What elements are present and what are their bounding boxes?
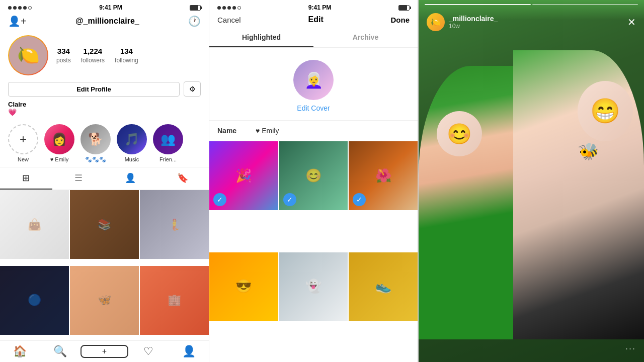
stat-posts: 334 posts bbox=[56, 47, 71, 64]
nav-home[interactable]: 🏠 bbox=[0, 345, 40, 358]
mid-top-nav: Cancel Edit Done bbox=[209, 13, 418, 28]
nav-profile[interactable]: 👤 bbox=[169, 345, 209, 358]
nav-plus[interactable]: + bbox=[80, 345, 129, 358]
mid-cell-6[interactable]: 👟 bbox=[349, 252, 418, 321]
mid-signal-dots bbox=[217, 6, 241, 10]
highlight-pets[interactable]: 🐕 🐾🐾🐾 bbox=[80, 124, 111, 163]
stat-followers[interactable]: 1,224 followers bbox=[81, 47, 105, 64]
mid-dot-2 bbox=[222, 6, 226, 10]
highlights-row: + New 👩 ♥ Emily 🐕 🐾🐾🐾 🎵 Music 👥 bbox=[0, 120, 209, 167]
settings-button[interactable]: ⚙ bbox=[184, 81, 201, 97]
mid-tabs: Highlighted Archive bbox=[209, 28, 418, 48]
avatar-image: 🍋 bbox=[17, 45, 40, 66]
story-panel: 🍋 _millionclaire_ 10w ✕ 🐝 😊 😁 bbox=[418, 0, 644, 362]
grid-cell-4[interactable]: 🔵 bbox=[0, 266, 69, 335]
face-right: 😁 bbox=[578, 81, 633, 141]
grid-cell-2[interactable]: 📚 bbox=[70, 190, 139, 259]
story-image-area: 🐝 😊 😁 bbox=[419, 35, 644, 339]
tab-grid[interactable]: ⊞ bbox=[0, 167, 52, 190]
mid-battery-icon bbox=[398, 5, 410, 11]
grid-cell-5[interactable]: 🦋 bbox=[70, 266, 139, 335]
panel-edit-highlight: 9:41 PM Cancel Edit Done Highlighted Arc… bbox=[209, 0, 418, 362]
highlight-emily-label: ♥ Emily bbox=[50, 156, 68, 162]
mid-cell-5[interactable]: 👻 bbox=[279, 252, 348, 321]
story-bottom: ··· bbox=[419, 339, 644, 362]
name-field-label: Name bbox=[217, 127, 248, 135]
done-button[interactable]: Done bbox=[390, 16, 410, 24]
signal-dots bbox=[8, 6, 32, 10]
stat-following-label: following bbox=[115, 57, 138, 64]
avatar-wrapper: 🍋 bbox=[8, 35, 48, 75]
highlight-new-label: New bbox=[18, 156, 29, 162]
story-more-button[interactable]: ··· bbox=[625, 343, 636, 354]
mid-cell-3[interactable]: 🌺 ✓ bbox=[349, 141, 418, 210]
tab-row: ⊞ ☰ 👤 🔖 bbox=[0, 167, 209, 190]
story-time: 10w bbox=[449, 23, 498, 30]
tab-highlighted[interactable]: Highlighted bbox=[209, 28, 313, 47]
story-username: _millionclaire_ bbox=[449, 15, 498, 23]
status-time: 9:41 PM bbox=[99, 4, 122, 11]
highlight-music[interactable]: 🎵 Music bbox=[117, 124, 147, 163]
mid-status-bar: 9:41 PM bbox=[209, 0, 418, 13]
name-field-value[interactable]: ♥ Emily bbox=[256, 127, 279, 135]
nav-search[interactable]: 🔍 bbox=[40, 345, 80, 358]
highlight-new-circle: + bbox=[8, 124, 38, 154]
highlight-emily-circle: 👩 bbox=[44, 124, 74, 154]
clock-icon[interactable]: 🕐 bbox=[188, 15, 201, 27]
stats-row: 334 posts 1,224 followers 134 following bbox=[56, 47, 138, 64]
mid-cell-1[interactable]: 🎉 ✓ bbox=[209, 141, 278, 210]
highlight-pets-label: 🐾🐾🐾 bbox=[85, 156, 106, 163]
bottom-nav: 🏠 🔍 + ♡ 👤 bbox=[0, 340, 209, 362]
edit-cover-button[interactable]: Edit Cover bbox=[297, 104, 330, 112]
grid-cell-6[interactable]: 🏢 bbox=[140, 266, 209, 335]
story-avatar: 🍋 bbox=[427, 13, 445, 31]
profile-buttons: Edit Profile ⚙ bbox=[0, 79, 209, 101]
story-user: 🍋 _millionclaire_ 10w bbox=[427, 13, 498, 31]
mid-dot-3 bbox=[227, 6, 231, 10]
stat-following-num: 134 bbox=[115, 47, 138, 55]
highlight-music-label: Music bbox=[125, 156, 139, 162]
highlight-friends-label: Frien... bbox=[159, 156, 177, 162]
tab-archive[interactable]: Archive bbox=[313, 28, 418, 47]
mid-cell-4[interactable]: 😎 bbox=[209, 252, 278, 321]
tab-saved[interactable]: 🔖 bbox=[156, 167, 209, 190]
story-top-bar: 🍋 _millionclaire_ 10w ✕ bbox=[419, 5, 644, 35]
highlight-pets-circle: 🐕 bbox=[80, 124, 111, 154]
battery bbox=[190, 5, 201, 11]
grid-cell-1[interactable]: 👜 bbox=[0, 190, 69, 259]
photo-grid: 👜 📚 🧜 🔵 🦋 🏢 bbox=[0, 190, 209, 340]
dot-3 bbox=[18, 6, 22, 10]
add-person-icon[interactable]: 👤+ bbox=[8, 15, 27, 27]
cancel-button[interactable]: Cancel bbox=[217, 16, 241, 24]
dot-4 bbox=[23, 6, 27, 10]
mid-cell-3-check[interactable]: ✓ bbox=[353, 193, 366, 206]
profile-info: 🍋 334 posts 1,224 followers 134 followin… bbox=[0, 31, 209, 79]
name-row: Name ♥ Emily bbox=[209, 121, 418, 141]
mid-cell-2-check[interactable]: ✓ bbox=[283, 193, 296, 206]
highlight-friends-circle: 👥 bbox=[153, 124, 183, 154]
highlight-new[interactable]: + New bbox=[8, 124, 38, 163]
stat-posts-num: 334 bbox=[56, 47, 71, 55]
mid-battery-fill bbox=[399, 6, 407, 10]
edit-profile-button[interactable]: Edit Profile bbox=[8, 82, 180, 97]
profile-username: @_millionclaire_ bbox=[75, 17, 139, 26]
edit-title: Edit bbox=[308, 15, 323, 24]
highlight-emily[interactable]: 👩 ♥ Emily bbox=[44, 124, 74, 163]
tab-list[interactable]: ☰ bbox=[52, 167, 105, 190]
nav-heart[interactable]: ♡ bbox=[128, 345, 169, 358]
story-content: 🍋 _millionclaire_ 10w ✕ 🐝 😊 😁 bbox=[419, 0, 644, 362]
mid-cell-1-check[interactable]: ✓ bbox=[213, 193, 226, 206]
story-close-button[interactable]: ✕ bbox=[627, 16, 636, 28]
tab-tagged[interactable]: 👤 bbox=[105, 167, 157, 190]
grid-cell-3[interactable]: 🧜 bbox=[140, 190, 209, 259]
battery-fill bbox=[190, 6, 198, 10]
mid-dot-5 bbox=[237, 6, 241, 10]
status-bar: 9:41 PM bbox=[0, 0, 209, 13]
story-girls-image: 🐝 😊 😁 bbox=[419, 35, 644, 339]
dot-2 bbox=[13, 6, 17, 10]
mid-cell-2[interactable]: 😊 ✓ bbox=[279, 141, 348, 210]
story-progress bbox=[419, 0, 644, 5]
stat-following[interactable]: 134 following bbox=[115, 47, 138, 64]
mid-dot-4 bbox=[232, 6, 236, 10]
highlight-friends[interactable]: 👥 Frien... bbox=[153, 124, 183, 163]
